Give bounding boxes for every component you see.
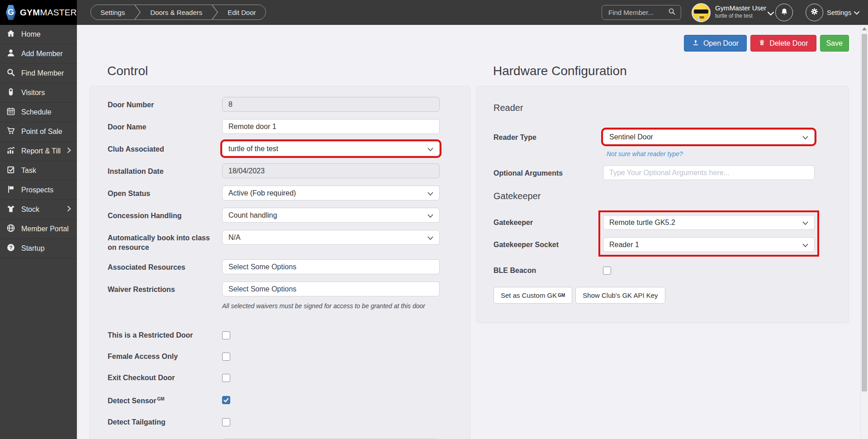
- associated-resources-multiselect[interactable]: Select Some Options: [222, 259, 440, 274]
- settings-label: Settings: [827, 9, 851, 16]
- sidebar-item-schedule[interactable]: Schedule: [0, 103, 77, 122]
- bell-icon: [780, 8, 788, 18]
- female-access-checkbox[interactable]: [222, 353, 230, 361]
- upload-icon: [692, 39, 699, 48]
- exit-checkout-label: Exit Checkout Door: [108, 373, 222, 382]
- sidebar-item-stock[interactable]: Stock: [0, 200, 77, 220]
- user-chevron-down-icon[interactable]: [768, 10, 774, 18]
- delete-door-button[interactable]: Delete Door: [750, 35, 816, 52]
- search-icon[interactable]: [668, 8, 676, 17]
- settings-chevron-down-icon: [854, 9, 859, 16]
- search-icon: [6, 68, 15, 79]
- gymmaster-logo[interactable]: G GYMMASTER: [0, 0, 77, 25]
- sidebar-item-find-member[interactable]: Find Member: [0, 64, 77, 83]
- open-status-label: Open Status: [108, 186, 222, 198]
- waiver-restrictions-multiselect[interactable]: Select Some Options: [222, 282, 440, 296]
- save-button[interactable]: Save: [820, 35, 849, 52]
- calendar-icon: [6, 107, 15, 118]
- open-door-button[interactable]: Open Door: [684, 35, 747, 52]
- question-icon: ?: [6, 243, 15, 254]
- settings-gear-button[interactable]: [806, 4, 823, 21]
- auto-book-select[interactable]: N/A: [222, 230, 440, 245]
- chevron-down-icon: [427, 145, 433, 153]
- flag-icon: [6, 185, 15, 196]
- waiver-restrictions-label: Waiver Restrictions: [108, 282, 222, 294]
- auto-book-label: Automatically book into class on resourc…: [108, 230, 222, 252]
- breadcrumb-chevron-icon: [134, 5, 141, 19]
- gatekeeper-subheading: Gatekeeper: [493, 191, 830, 201]
- exit-checkout-checkbox[interactable]: [222, 374, 230, 382]
- submenu-chevron-right-icon: [67, 205, 71, 214]
- sidebar-item-member-portal[interactable]: Member Portal: [0, 220, 77, 239]
- sidebar-item-startup[interactable]: ? Startup: [0, 239, 77, 258]
- breadcrumb-doors-readers[interactable]: Doors & Readers: [141, 5, 212, 19]
- trash-icon: [759, 39, 765, 48]
- detect-tailgating-label: Detect Tailgating: [108, 417, 222, 427]
- sidebar-item-point-of-sale[interactable]: Point of Sale: [0, 122, 77, 142]
- optional-arguments-label: Optional Arguments: [493, 165, 603, 178]
- user-club: turtle of the test: [715, 13, 766, 19]
- shirt-icon: [6, 204, 15, 215]
- sidebar-item-add-member[interactable]: Add Member: [0, 44, 77, 64]
- set-custom-gk-button[interactable]: Set as Custom GKGM: [493, 287, 572, 304]
- associated-resources-label: Associated Resources: [108, 259, 222, 272]
- club-associated-select[interactable]: turtle of the test: [222, 141, 440, 156]
- show-gk-api-key-button[interactable]: Show Club's GK API Key: [575, 287, 665, 304]
- door-name-input[interactable]: [222, 119, 440, 134]
- door-name-label: Door Name: [108, 119, 222, 132]
- waiver-help-text: All selected waivers must be signed for …: [222, 302, 440, 310]
- reader-type-help-link[interactable]: Not sure what reader type?: [607, 150, 683, 157]
- breadcrumb-settings[interactable]: Settings: [91, 5, 134, 19]
- sidebar-item-home[interactable]: Home: [0, 25, 77, 44]
- gatekeeper-socket-label: Gatekeeper Socket: [493, 237, 603, 252]
- sidebar-nav: Home Add Member Find Member Visitors Sch…: [0, 25, 77, 439]
- installation-date-label: Installation Date: [108, 163, 222, 176]
- restricted-door-label: This is a Restricted Door: [108, 330, 222, 340]
- brand-name: GYMMASTER: [20, 8, 77, 18]
- main-content: Open Door Delete Door Save Control Door …: [77, 25, 860, 439]
- detect-sensor-checkbox[interactable]: [222, 396, 230, 404]
- find-member-input[interactable]: [608, 9, 665, 16]
- sidebar-item-task[interactable]: Task: [0, 161, 77, 181]
- control-heading: Control: [90, 63, 470, 78]
- scrollbar-thumb[interactable]: [862, 34, 867, 391]
- breadcrumb: Settings Doors & Readers Edit Door: [90, 5, 266, 20]
- sidebar-item-report-till[interactable]: Report & Till: [0, 142, 77, 161]
- settings-menu[interactable]: Settings: [827, 9, 859, 16]
- fob-icon: [6, 87, 15, 98]
- user-avatar[interactable]: [692, 3, 711, 22]
- find-member-search[interactable]: [602, 5, 681, 20]
- breadcrumb-edit-door: Edit Door: [218, 5, 266, 19]
- vertical-scrollbar: [860, 25, 868, 439]
- gatekeeper-highlight-group: Remote turtle GK5.2 Reader 1: [600, 212, 817, 255]
- chart-icon: [6, 146, 15, 157]
- user-name: GymMaster User: [715, 4, 766, 12]
- gatekeeper-label: Gatekeeper: [493, 215, 603, 230]
- optional-arguments-input[interactable]: [603, 165, 815, 180]
- concession-handling-select[interactable]: Count handling: [222, 208, 440, 223]
- reader-subheading: Reader: [493, 86, 830, 113]
- club-associated-label: Club Associated: [108, 141, 222, 154]
- notifications-button[interactable]: [775, 4, 793, 21]
- scrollbar-up-arrow[interactable]: [861, 25, 868, 33]
- door-number-label: Door Number: [108, 97, 222, 110]
- top-bar: G GYMMASTER Settings Doors & Readers Edi…: [0, 0, 868, 25]
- breadcrumb-chevron-icon: [212, 5, 218, 19]
- user-menu[interactable]: GymMaster User turtle of the test: [715, 4, 766, 19]
- ble-beacon-checkbox[interactable]: [603, 267, 611, 275]
- home-icon: [6, 29, 15, 40]
- sidebar-item-visitors[interactable]: Visitors: [0, 83, 77, 103]
- door-number-input: [222, 97, 440, 112]
- svg-text:?: ?: [9, 245, 13, 250]
- open-status-select[interactable]: Active (Fob required): [222, 186, 440, 200]
- restricted-door-checkbox[interactable]: [222, 331, 230, 339]
- sidebar-item-prospects[interactable]: Prospects: [0, 181, 77, 200]
- cart-icon: [6, 126, 15, 137]
- installation-date-input: [222, 163, 440, 178]
- gatekeeper-select[interactable]: Remote turtle GK5.2: [603, 215, 815, 230]
- detect-tailgating-checkbox[interactable]: [222, 418, 230, 426]
- gear-icon: [810, 7, 819, 18]
- reader-type-select[interactable]: Sentinel Door: [603, 129, 815, 144]
- gatekeeper-socket-select[interactable]: Reader 1: [603, 237, 815, 252]
- chevron-down-icon: [427, 189, 433, 197]
